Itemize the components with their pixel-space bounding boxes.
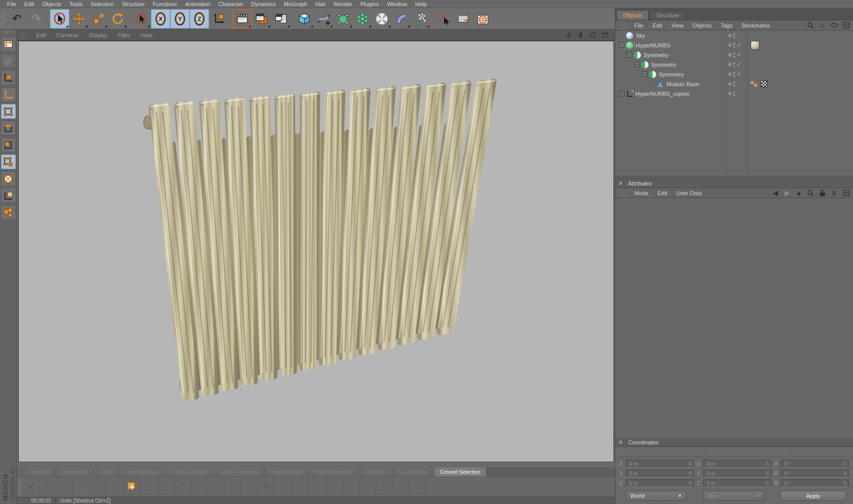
visibility-dots-icon[interactable] xyxy=(733,82,735,87)
coordinate-input[interactable]: 0 ° ⇅ xyxy=(781,460,849,468)
axis-lock-button[interactable]: Z xyxy=(190,9,209,29)
attributes-menu-item[interactable]: Edit xyxy=(653,190,672,196)
coordinate-input[interactable]: 0 ° ⇅ xyxy=(781,479,849,487)
polygons-mode-button[interactable] xyxy=(1,138,16,152)
expand-toggle-icon[interactable] xyxy=(634,62,640,67)
attributes-menubar-grip[interactable] xyxy=(618,190,626,197)
spinner-icon[interactable]: ⇅ xyxy=(765,471,769,476)
layer-dot-icon[interactable] xyxy=(728,92,732,95)
layer-dot-icon[interactable] xyxy=(728,34,732,37)
viewport-menu-item[interactable]: Cameras xyxy=(51,32,84,38)
command-button[interactable]: Grow Selection xyxy=(118,467,165,476)
expand-toggle-icon[interactable] xyxy=(649,81,656,87)
render-picture-viewer-button[interactable] xyxy=(252,9,271,29)
expand-toggle-icon[interactable] xyxy=(642,71,648,77)
command-button[interactable]: Shrink Selection xyxy=(165,467,213,476)
tweak-mode-button[interactable] xyxy=(1,154,16,169)
add-point-icon[interactable]: ⊕ xyxy=(40,478,57,496)
inner-extrude-icon[interactable]: ▥ xyxy=(141,478,158,496)
menu-item[interactable]: Character xyxy=(214,0,247,8)
coordinate-system-button[interactable] xyxy=(209,9,228,29)
viewport-menu-item[interactable]: Edit xyxy=(31,32,51,38)
modeling-toolbar-grip[interactable] xyxy=(18,478,22,496)
material-thumbnail[interactable] xyxy=(751,41,760,50)
spin-edge-icon[interactable]: ◎ xyxy=(410,478,427,496)
set-point-icon[interactable]: ∷ xyxy=(393,478,410,496)
coordinate-input[interactable]: 0 m ⇅ xyxy=(626,460,694,468)
edge-cut-icon[interactable]: ⊡ xyxy=(292,478,309,496)
coordinate-input[interactable]: 0 m ⇅ xyxy=(703,469,771,478)
menu-item[interactable]: MoGraph xyxy=(280,0,312,8)
stitch-icon[interactable]: ⋯ xyxy=(326,478,343,496)
bridge-icon[interactable]: ▤ xyxy=(73,478,90,496)
objects-menubar-grip[interactable] xyxy=(618,22,626,29)
search-icon[interactable] xyxy=(807,21,815,30)
zoom-view-icon[interactable] xyxy=(576,31,585,40)
close-hole-icon[interactable]: ◰ xyxy=(376,478,393,496)
layer-dot-icon[interactable] xyxy=(728,82,732,86)
objects-menu-item[interactable]: Objects xyxy=(688,22,716,29)
pan-view-icon[interactable] xyxy=(564,31,573,40)
help-button[interactable]: ? xyxy=(434,9,454,29)
tree-row[interactable]: HyperNURBS_copies ✓ xyxy=(615,89,853,98)
tree-row[interactable]: Modulo Base ✓ xyxy=(615,79,853,89)
apply-button[interactable]: Apply xyxy=(781,491,846,501)
menu-item[interactable]: Dynamics xyxy=(247,0,280,8)
primitives-button[interactable] xyxy=(1,205,16,220)
command-manager-button[interactable]: ? xyxy=(454,9,473,29)
command-button[interactable]: Unhide All xyxy=(358,467,393,476)
coordinate-input[interactable]: 0 ° ⇅ xyxy=(781,469,849,478)
visibility-toggles[interactable]: ✓ xyxy=(726,61,747,68)
viewport-canvas[interactable] xyxy=(18,41,614,462)
command-button[interactable]: Select All xyxy=(23,467,56,476)
visibility-toggles[interactable]: ✓ xyxy=(726,42,747,48)
magnet-icon[interactable]: ⊓ xyxy=(208,478,225,496)
primitive-cube-button[interactable] xyxy=(295,9,314,29)
visibility-dots-icon[interactable] xyxy=(733,72,735,77)
expand-toggle-icon[interactable] xyxy=(619,91,625,96)
smooth-shift-icon[interactable]: ◇ xyxy=(174,478,191,496)
ffd-button[interactable] xyxy=(372,9,392,29)
layer-dot-icon[interactable] xyxy=(728,43,732,47)
array-button[interactable] xyxy=(353,9,372,29)
hypernurbs-button[interactable] xyxy=(333,9,353,29)
move-tool[interactable] xyxy=(69,9,89,29)
texture-axis-mode-button[interactable] xyxy=(1,188,16,203)
spline-button[interactable] xyxy=(314,9,333,29)
selection-tool[interactable] xyxy=(132,9,151,29)
viewport-menu-item[interactable]: View xyxy=(135,32,158,38)
coordinate-input[interactable]: 0 m ⇅ xyxy=(626,469,694,478)
texture-tag-icon[interactable] xyxy=(761,81,767,87)
command-bar-grip[interactable] xyxy=(18,467,22,476)
parent-up-icon[interactable]: ▲ xyxy=(795,189,803,197)
history-forward-icon[interactable]: ▶ xyxy=(783,189,791,197)
visibility-toggles[interactable]: ✓ xyxy=(726,91,747,96)
visibility-dots-icon[interactable] xyxy=(733,43,735,48)
selection-tag-icon[interactable] xyxy=(751,81,758,87)
menu-item[interactable]: Selection xyxy=(87,0,118,8)
menu-item[interactable]: Window xyxy=(383,0,411,8)
scale-tool[interactable] xyxy=(89,9,108,29)
spinner-icon[interactable]: ⇅ xyxy=(765,461,769,466)
coordinate-input[interactable]: 0 m ⇅ xyxy=(626,479,694,487)
objects-menu-item[interactable]: Tags xyxy=(716,22,737,29)
undo-button[interactable]: ↶ xyxy=(7,9,27,29)
search-icon[interactable] xyxy=(807,189,815,197)
matrix-extrude-icon[interactable]: ◫ xyxy=(158,478,174,496)
brush-icon[interactable]: △ xyxy=(242,478,259,496)
visibility-toggles[interactable]: ✓ xyxy=(726,51,747,58)
expand-toggle-icon[interactable] xyxy=(627,52,632,58)
tree-row[interactable]: Sky ✓ xyxy=(615,31,853,40)
spinner-icon[interactable]: ⇅ xyxy=(765,481,769,486)
coordinate-system-dropdown[interactable]: World ▼ xyxy=(626,491,687,501)
status-bar-grip[interactable] xyxy=(20,498,27,503)
toolbar-grip[interactable] xyxy=(1,9,6,29)
iron-icon[interactable]: Ω xyxy=(225,478,242,496)
edges-mode-button[interactable] xyxy=(1,121,16,136)
command-button[interactable]: Hide Unselected xyxy=(309,467,358,476)
add-panel-icon[interactable] xyxy=(842,189,850,197)
eye-icon[interactable] xyxy=(830,21,838,30)
objects-menu-item[interactable]: File xyxy=(630,22,648,29)
expand-toggle-icon[interactable] xyxy=(618,32,625,39)
model-mode-button[interactable] xyxy=(1,70,16,85)
